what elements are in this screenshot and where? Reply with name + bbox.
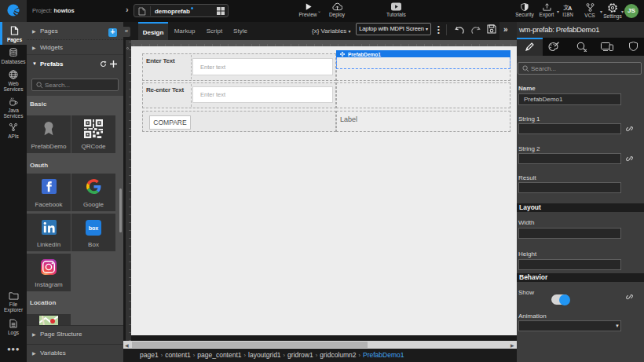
svg-text:box: box (89, 225, 99, 232)
svg-text:A: A (568, 5, 573, 11)
